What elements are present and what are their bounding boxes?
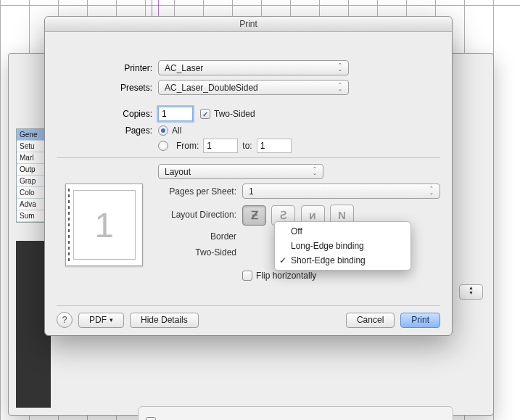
chevron-updown-icon: ⌃⌄	[310, 167, 320, 176]
menu-item-short-edge[interactable]: Short-Edge binding	[275, 253, 410, 268]
presets-select[interactable]: AC_Laser_DoubleSided ⌃⌄	[158, 80, 349, 95]
layout-preview: 1	[65, 184, 143, 266]
label-from: From:	[176, 141, 199, 151]
binding-indicator	[68, 189, 70, 261]
flip-horizontal-checkbox[interactable]	[242, 271, 252, 281]
label-two-sided: Two-Sided	[214, 109, 255, 119]
print-button[interactable]: Print	[400, 313, 440, 328]
help-button[interactable]: ?	[57, 312, 73, 328]
divider	[57, 305, 440, 306]
menu-item-long-edge[interactable]: Long-Edge binding	[275, 239, 410, 253]
back-options-group: ··· ··· ····· · ···· Print Visible Guide…	[138, 406, 453, 420]
label-all: All	[172, 125, 181, 136]
pdf-label: PDF	[89, 315, 107, 325]
divider	[57, 157, 440, 158]
hide-details-label: Hide Details	[141, 315, 188, 325]
label-flip: Flip horizontally	[256, 271, 316, 281]
label-layout-direction: Layout Direction:	[154, 210, 242, 220]
cancel-label: Cancel	[357, 315, 384, 325]
window-title: Print	[45, 17, 452, 32]
menu-item-off[interactable]: Off	[275, 224, 410, 239]
label-pages: Pages:	[57, 125, 158, 136]
pages-per-sheet-select[interactable]: 1 ⌃⌄	[242, 184, 440, 199]
presets-value: AC_Laser_DoubleSided	[165, 83, 258, 93]
chevron-updown-icon: ⌃⌄	[426, 186, 437, 195]
checkbox-empty[interactable]	[146, 417, 156, 420]
hide-details-button[interactable]: Hide Details	[130, 313, 199, 328]
print-label: Print	[411, 315, 429, 325]
label-printer: Printer:	[57, 63, 158, 73]
panel-select[interactable]: Layout ⌃⌄	[158, 164, 323, 179]
pps-value: 1	[249, 186, 254, 197]
two-sided-checkbox[interactable]	[200, 109, 210, 119]
cancel-button[interactable]: Cancel	[346, 313, 395, 328]
chevron-updown-icon: ⌃⌄	[335, 63, 345, 72]
layout-dir-1-button[interactable]: Ƶ	[242, 205, 266, 226]
pages-from-radio[interactable]	[158, 141, 168, 151]
pdf-menu-button[interactable]: PDF ▾	[78, 313, 124, 328]
label-presets: Presets:	[57, 83, 158, 93]
label-two-sided-row: Two-Sided	[154, 247, 242, 258]
print-window: Print Printer: AC_Laser ⌃⌄ Presets: AC_L…	[44, 16, 453, 336]
chevron-down-icon: ▾	[110, 316, 113, 324]
two-sided-popup-menu: Off Long-Edge binding Short-Edge binding	[274, 221, 411, 271]
panel-value: Layout	[165, 167, 191, 177]
printer-select[interactable]: AC_Laser ⌃⌄	[158, 60, 349, 75]
label-copies: Copies:	[57, 109, 158, 119]
chevron-updown-icon: ⌃⌄	[335, 83, 345, 91]
copies-input[interactable]	[158, 107, 193, 121]
label-border: Border	[154, 231, 242, 242]
back-collapsed-select[interactable]: ▲▼	[459, 284, 483, 300]
to-input[interactable]	[257, 139, 292, 153]
pages-all-radio[interactable]	[158, 125, 168, 136]
preview-page-number: 1	[94, 205, 114, 245]
label-pps: Pages per Sheet:	[154, 186, 242, 197]
label-to: to:	[242, 141, 252, 151]
printer-value: AC_Laser	[165, 63, 203, 73]
from-input[interactable]	[203, 139, 238, 153]
